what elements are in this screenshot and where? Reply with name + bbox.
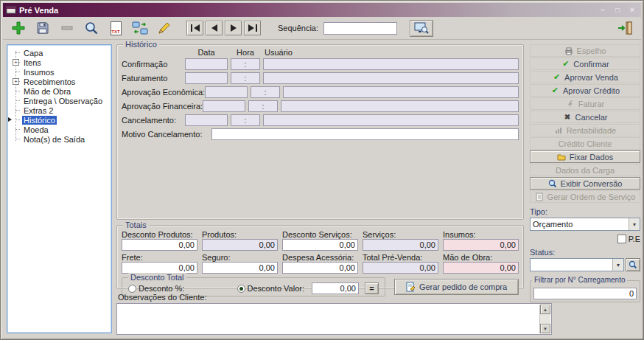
selected-arrow-icon (8, 117, 12, 122)
tree-item-extras-2[interactable]: Extras 2 (7, 105, 111, 115)
desconto-servicos-field[interactable]: 0,00 (282, 239, 358, 251)
desconto-produtos-field[interactable]: 0,00 (122, 239, 197, 251)
tree-item-entrega-observacao[interactable]: Entrega \ Observação (7, 96, 111, 105)
exibir-conversao-button[interactable]: Exibir Conversão (530, 177, 640, 190)
tree-item-notas-de-saida[interactable]: Nota(s) de Saída (7, 134, 111, 144)
tree-item-historico[interactable]: Histórico (7, 115, 111, 125)
maximize-button[interactable]: □ (612, 5, 623, 15)
save-button[interactable] (33, 18, 52, 38)
status-combobox[interactable]: ▾ (530, 258, 624, 271)
aprovar-credito-button[interactable]: ✔ Aprovar Crédito (530, 84, 640, 97)
chevron-down-icon[interactable]: ▾ (629, 218, 640, 230)
field-label: Serviços: (363, 230, 438, 239)
faturamento-usuario-field[interactable] (263, 72, 519, 84)
tree-item-label: Mão de Obra (22, 87, 72, 96)
filtrar-carregamento-field[interactable]: 0 (533, 288, 637, 299)
aprovacao-economica-data-field[interactable] (205, 86, 248, 98)
tree-item-label: Recebimentos (22, 77, 77, 86)
rentabilidade-button[interactable]: Rentabilidade (530, 124, 640, 136)
aprovacao-financeira-data-field[interactable] (203, 100, 245, 112)
expand-plus-icon[interactable]: + (13, 59, 19, 66)
scroll-up-icon[interactable]: ▲ (540, 305, 550, 314)
field-label: Produtos: (202, 230, 278, 239)
total-pre-venda-field: 0,00 (363, 262, 438, 274)
tree-item-label: Extras 2 (22, 106, 55, 115)
observacoes-textarea[interactable]: ▲ ▼ (116, 303, 552, 335)
aprovacao-economica-usuario-field[interactable] (283, 86, 519, 98)
toolbar: TXT Sequência: (3, 17, 641, 40)
transfer-button[interactable] (130, 18, 150, 38)
tree-item-capa[interactable]: Capa (7, 48, 111, 58)
aplicar-desconto-button[interactable]: = (365, 282, 379, 294)
add-button[interactable] (9, 18, 28, 38)
search-button[interactable] (82, 18, 101, 38)
field-label: Total Pré-Venda: (363, 253, 438, 262)
totais-row-2: Frete: Seguro: Despesa Acessória: Total … (117, 253, 523, 274)
desconto-valor-field[interactable]: 0,00 (312, 282, 359, 294)
edit-button[interactable] (155, 18, 174, 38)
export-txt-button[interactable]: TXT (106, 18, 125, 38)
observacoes-scrollbar[interactable]: ▲ ▼ (539, 305, 550, 333)
close-button[interactable]: × (626, 5, 638, 15)
next-record-button[interactable] (225, 21, 242, 35)
faturamento-data-field[interactable] (185, 72, 228, 84)
field-label: Insumos: (443, 230, 519, 239)
status-search-button[interactable] (626, 258, 640, 271)
fixar-dados-button[interactable]: Fixar Dados (530, 150, 640, 163)
dados-da-carga-button[interactable]: Dados da Carga (530, 164, 640, 176)
status-label: Status: (530, 248, 640, 257)
espelho-button[interactable]: Espelho (530, 44, 640, 57)
seguro-field[interactable]: 0,00 (202, 262, 278, 274)
txt-label: TXT (111, 29, 119, 35)
servicos-field: 0,00 (363, 239, 438, 251)
confirmacao-usuario-field[interactable] (263, 58, 519, 70)
first-record-button[interactable] (186, 21, 203, 35)
exit-button[interactable] (615, 18, 635, 38)
faturar-button[interactable]: Faturar (530, 97, 640, 110)
filtrar-group-title: Filtrar por N° Carregamento (532, 276, 627, 285)
chart-icon (554, 125, 564, 135)
aprovar-venda-button[interactable]: ✔ Aprovar Venda (530, 71, 640, 83)
despesa-acessoria-field[interactable]: 0,00 (282, 262, 358, 274)
confirmacao-hora-field[interactable]: : (231, 58, 260, 70)
frete-field[interactable]: 0,00 (122, 262, 197, 274)
faturamento-hora-field[interactable]: : (231, 72, 260, 84)
credito-cliente-button[interactable]: Crédito Cliente (530, 137, 640, 150)
chevron-down-icon[interactable]: ▾ (612, 259, 623, 271)
scroll-down-icon[interactable]: ▼ (540, 324, 550, 333)
previous-record-button[interactable] (206, 21, 223, 35)
tree-item-itens[interactable]: + Itens (7, 58, 111, 67)
cancelamento-hora-field[interactable]: : (231, 114, 260, 126)
tree-item-moeda[interactable]: Moeda (7, 125, 111, 134)
gerar-pedido-compra-button[interactable]: Gerar pedido de compra (394, 279, 519, 295)
faturamento-row: Faturamento : (117, 71, 523, 85)
motivo-cancelamento-field[interactable] (211, 128, 519, 140)
confirmar-button[interactable]: ✔ Confirmar (530, 58, 640, 70)
desconto-valor-radio[interactable] (237, 285, 245, 293)
magnifier-icon (84, 21, 99, 35)
delete-button[interactable] (57, 18, 77, 38)
tipo-combobox[interactable]: Orçamento ▾ (530, 218, 640, 231)
expand-plus-icon[interactable]: + (13, 78, 19, 85)
pe-checkbox[interactable] (617, 235, 626, 243)
cancelamento-usuario-field[interactable] (263, 114, 519, 126)
consult-button[interactable] (410, 20, 433, 37)
desconto-percent-radio[interactable] (128, 285, 136, 293)
tree-item-recebimentos[interactable]: + Recebimentos (7, 77, 111, 86)
last-icon (248, 24, 258, 32)
cancelamento-data-field[interactable] (185, 114, 228, 126)
gerar-ordem-servico-button[interactable]: Gerar Ordem de Serviço (530, 190, 640, 203)
cancelar-button[interactable]: ✖ Cancelar (530, 111, 640, 123)
aprovacao-financeira-usuario-field[interactable] (281, 100, 519, 112)
last-record-button[interactable] (244, 21, 261, 35)
tree-item-mao-de-obra[interactable]: Mão de Obra (7, 86, 111, 96)
aprovacao-financeira-hora-field[interactable]: : (248, 100, 278, 112)
aprovacao-economica-hora-field[interactable]: : (251, 86, 280, 98)
tree-item-insumos[interactable]: Insumos (7, 67, 111, 77)
magnifier-icon (548, 178, 558, 188)
confirmacao-data-field[interactable] (185, 58, 228, 70)
minimize-button[interactable]: – (597, 5, 609, 15)
sequence-input[interactable] (323, 22, 397, 35)
mao-de-obra-field: 0,00 (443, 262, 519, 274)
titlebar[interactable]: Pré Venda – □ × (3, 3, 641, 17)
